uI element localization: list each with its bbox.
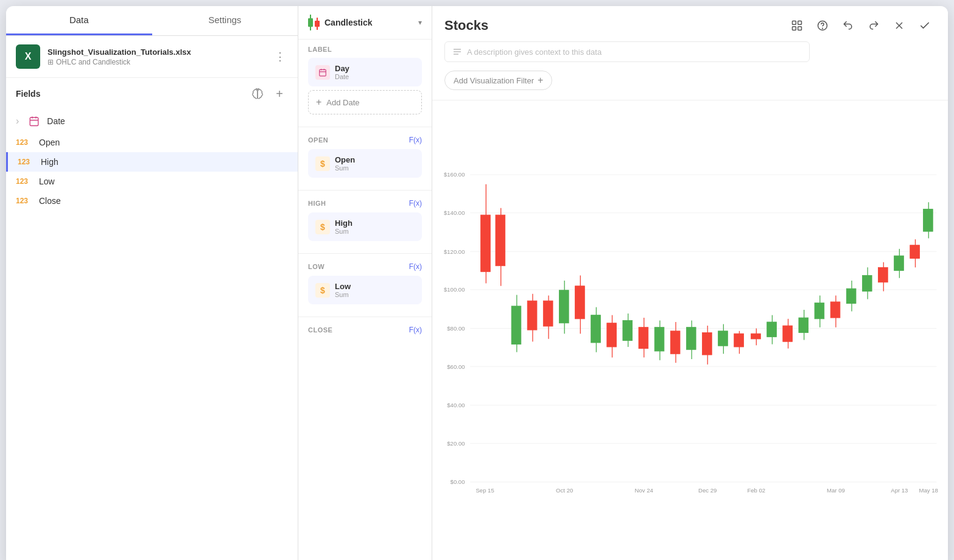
add-date-button[interactable]: + Add Date [308, 90, 422, 114]
confirm-button[interactable] [914, 15, 936, 37]
svg-rect-82 [830, 302, 840, 318]
chart-title-row [444, 15, 936, 37]
field-low[interactable]: 123 Low [6, 172, 298, 191]
high-fx-button[interactable]: F(x) [409, 199, 422, 208]
svg-point-13 [822, 28, 823, 29]
add-filter-button[interactable]: Add Visualization Filter + [444, 71, 552, 90]
svg-text:$120.00: $120.00 [444, 248, 465, 255]
description-bar[interactable]: A description gives context to this data [444, 41, 810, 62]
close-button[interactable] [888, 15, 910, 37]
description-placeholder: A description gives context to this data [467, 47, 602, 57]
fields-brain-icon[interactable] [249, 85, 266, 102]
label-section-title: LABEL [308, 46, 332, 53]
field-high[interactable]: 123 High [6, 152, 298, 172]
svg-rect-78 [799, 318, 808, 332]
excel-icon: X [16, 44, 40, 69]
fields-icons: + [249, 85, 288, 102]
field-close[interactable]: 123 Close [6, 191, 298, 211]
divider-3 [298, 253, 432, 254]
svg-rect-86 [862, 275, 872, 291]
svg-rect-0 [30, 117, 39, 126]
svg-rect-42 [511, 306, 521, 345]
low-section: LOW F(x) $ Low Sum [298, 256, 432, 314]
svg-rect-9 [798, 21, 802, 25]
svg-rect-72 [751, 334, 761, 339]
high-field[interactable]: $ High Sum [308, 212, 422, 241]
chart-type-label: Candlestick [324, 18, 413, 27]
open-fx-button[interactable]: F(x) [409, 136, 422, 144]
fields-add-button[interactable]: + [271, 85, 288, 102]
svg-rect-38 [481, 215, 491, 271]
svg-text:$140.00: $140.00 [444, 209, 465, 216]
svg-rect-50 [575, 286, 585, 319]
divider-1 [298, 127, 432, 127]
high-section-header: HIGH F(x) [308, 199, 422, 208]
high-field-subtext: Sum [335, 228, 352, 235]
open-section-title: OPEN [308, 136, 328, 144]
help-button[interactable] [812, 15, 833, 37]
label-day-field[interactable]: Day Date [308, 58, 422, 86]
open-section-header: OPEN F(x) [308, 136, 422, 144]
undo-button[interactable] [837, 15, 859, 37]
open-field-subtext: Sum [335, 164, 355, 172]
field-open[interactable]: 123 Open [6, 133, 298, 152]
label-day-subtext: Date [335, 73, 349, 80]
svg-rect-76 [783, 326, 793, 341]
svg-rect-88 [879, 267, 888, 282]
chart-type-selector[interactable]: Candlestick ▾ [298, 6, 432, 40]
label-section: LABEL Day Date + Add Date [298, 40, 432, 124]
label-section-header: LABEL [308, 46, 422, 53]
divider-4 [298, 317, 432, 317]
field-low-label: Low [39, 177, 55, 186]
tab-settings[interactable]: Settings [152, 6, 298, 35]
app-container: Data Settings X Slingshot_Visualization_… [6, 6, 948, 560]
chart-type-chevron: ▾ [418, 18, 422, 27]
data-source-filename: Slingshot_Visualization_Tutorials.xlsx [47, 47, 265, 57]
field-high-type: 123 [18, 158, 35, 166]
chart-title-input[interactable] [444, 18, 786, 33]
label-day-name: Day [335, 64, 349, 73]
field-open-label: Open [39, 138, 60, 147]
chart-area: $160.00 $140.00 $120.00 $100.00 $80.00 $… [432, 100, 948, 560]
open-field[interactable]: $ Open Sum [308, 149, 422, 178]
main-area: A description gives context to this data… [432, 6, 948, 560]
low-field[interactable]: $ Low Sum [308, 276, 422, 304]
svg-text:Feb 02: Feb 02 [747, 487, 765, 494]
add-filter-plus-icon: + [538, 75, 543, 86]
datasource-menu-button[interactable]: ⋮ [272, 47, 288, 66]
svg-rect-56 [623, 320, 633, 340]
svg-text:Sep 15: Sep 15 [475, 487, 494, 494]
open-dollar-icon: $ [315, 156, 330, 171]
svg-rect-80 [815, 303, 824, 319]
svg-text:$60.00: $60.00 [447, 363, 465, 370]
svg-text:$40.00: $40.00 [447, 402, 465, 408]
high-field-name: High [335, 219, 352, 228]
svg-rect-40 [496, 215, 505, 266]
low-field-name: Low [335, 282, 351, 291]
data-source-info: Slingshot_Visualization_Tutorials.xlsx ⊞… [47, 47, 265, 66]
low-field-subtext: Sum [335, 291, 351, 298]
low-section-header: LOW F(x) [308, 262, 422, 271]
tabs-bar: Data Settings [6, 6, 298, 36]
svg-rect-84 [846, 289, 856, 303]
field-low-type: 123 [16, 177, 33, 186]
close-fx-button[interactable]: F(x) [409, 326, 422, 334]
close-section: CLOSE F(x) [298, 320, 432, 345]
svg-rect-74 [767, 322, 777, 337]
fields-list: › Date 123 Open 123 High [6, 110, 298, 211]
svg-rect-68 [718, 331, 728, 346]
svg-rect-66 [703, 332, 712, 355]
svg-text:$100.00: $100.00 [444, 286, 465, 293]
grid-view-button[interactable] [786, 15, 808, 37]
tab-data[interactable]: Data [6, 6, 152, 35]
svg-rect-8 [793, 21, 796, 25]
svg-rect-92 [910, 245, 920, 259]
low-fx-button[interactable]: F(x) [409, 262, 422, 271]
expand-arrow-date: › [16, 116, 19, 127]
field-date[interactable]: › Date [6, 110, 298, 133]
label-day-info: Day Date [335, 64, 349, 80]
svg-rect-10 [793, 27, 796, 30]
svg-rect-64 [686, 327, 696, 350]
table-icon: ⊞ [47, 58, 54, 66]
redo-button[interactable] [863, 15, 885, 37]
